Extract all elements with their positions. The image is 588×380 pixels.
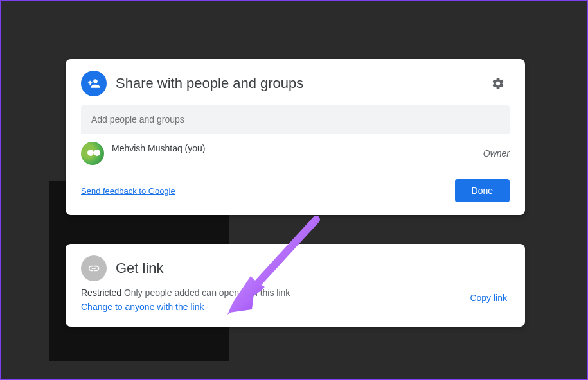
link-title: Get link (116, 260, 164, 277)
settings-button[interactable] (486, 72, 510, 95)
share-title: Share with people and groups (116, 75, 486, 92)
avatar (81, 142, 104, 165)
share-footer: Send feedback to Google Done (66, 170, 525, 215)
link-icon (81, 255, 107, 281)
person-role: Owner (483, 148, 510, 159)
gear-icon (491, 76, 505, 91)
add-people-input[interactable] (81, 105, 510, 134)
person-row: Mehvish Mushtaq (you) Owner (66, 134, 525, 170)
done-button[interactable]: Done (455, 179, 510, 202)
restricted-description: Restricted Only people added can open wi… (81, 288, 454, 298)
share-header: Share with people and groups (66, 59, 525, 105)
restricted-label: Restricted (81, 288, 121, 298)
person-add-icon (81, 71, 107, 96)
feedback-link[interactable]: Send feedback to Google (81, 186, 175, 196)
copy-link-button[interactable]: Copy link (467, 288, 510, 308)
link-text-column: Restricted Only people added can open wi… (81, 288, 467, 313)
share-dialog: Share with people and groups Mehvish Mus… (66, 59, 525, 215)
link-body: Restricted Only people added can open wi… (66, 288, 525, 327)
change-access-link[interactable]: Change to anyone with the link (81, 302, 204, 312)
person-name: Mehvish Mushtaq (you) (112, 143, 483, 153)
get-link-dialog: Get link Restricted Only people added ca… (66, 244, 525, 327)
person-email-redacted (112, 156, 234, 164)
person-info: Mehvish Mushtaq (you) (112, 143, 483, 164)
restricted-text: Only people added can open with this lin… (121, 288, 290, 298)
link-header: Get link (66, 244, 525, 288)
